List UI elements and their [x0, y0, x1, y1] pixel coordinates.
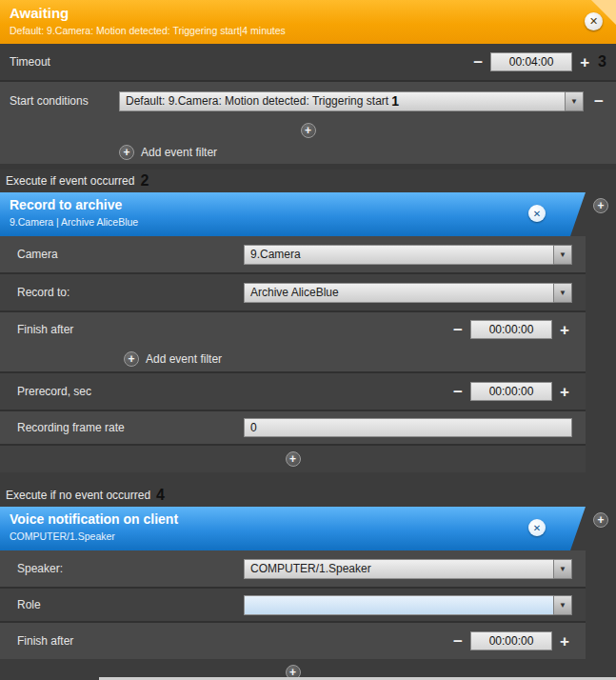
- voice-finish-after-input[interactable]: [470, 631, 552, 650]
- speaker-label: Speaker:: [17, 562, 244, 575]
- frame-rate-label: Recording frame rate: [17, 421, 244, 434]
- close-icon: ✕: [533, 209, 541, 219]
- record-block-footer: +: [0, 446, 586, 472]
- add-condition-area: +: [0, 120, 616, 141]
- add-icon: +: [597, 200, 604, 211]
- prerecord-stepper: − +: [450, 382, 572, 401]
- awaiting-action-editor: Awaiting Default: 9.Camera: Motion detec…: [0, 0, 616, 680]
- start-conditions-dropdown-button[interactable]: ▼: [565, 91, 584, 111]
- timeout-stepper: − + 3: [470, 52, 606, 71]
- close-button[interactable]: ✕: [585, 12, 603, 30]
- finish-after-stepper: − +: [450, 320, 572, 339]
- voice-finish-after-stepper: − +: [450, 631, 572, 650]
- add-action-no-event-button[interactable]: +: [593, 512, 608, 528]
- role-label: Role: [17, 598, 244, 611]
- record-block-header: Record to archive 9.Camera | Archive Ali…: [0, 192, 586, 236]
- finish-after-label: Finish after: [17, 323, 450, 336]
- speaker-dropdown-button[interactable]: ▼: [553, 559, 572, 579]
- role-value: [244, 595, 553, 615]
- camera-label: Camera: [17, 248, 244, 261]
- timeout-increase-button[interactable]: +: [577, 54, 592, 70]
- finish-after-decrease-button[interactable]: −: [450, 322, 466, 338]
- chevron-down-icon: ▼: [559, 250, 566, 259]
- annotation-4: 4: [156, 487, 165, 504]
- execute-no-event-section-header: Execute if no event occurred 4: [0, 484, 616, 507]
- execute-event-section-header: Execute if event occurred 2: [0, 170, 616, 192]
- role-dropdown[interactable]: ▼: [244, 595, 572, 615]
- voice-block-close-button[interactable]: ✕: [528, 519, 546, 536]
- speaker-dropdown[interactable]: COMPUTER/1.Speaker ▼: [244, 559, 572, 579]
- annotation-1: 1: [391, 93, 399, 109]
- record-to-dropdown[interactable]: Archive AliceBlue ▼: [244, 283, 572, 303]
- start-conditions-label: Start conditions: [10, 94, 119, 108]
- add-event-filter-icon: +: [124, 351, 139, 367]
- prerecord-label: Prerecord, sec: [17, 385, 450, 398]
- prerecord-decrease-button[interactable]: −: [450, 384, 466, 400]
- close-icon: ✕: [533, 523, 541, 533]
- chevron-down-icon: ▼: [559, 565, 566, 573]
- start-conditions-text: Default: 9.Camera: Motion detected: Trig…: [126, 94, 388, 108]
- frame-rate-row: Recording frame rate: [0, 411, 586, 444]
- awaiting-header: Awaiting Default: 9.Camera: Motion detec…: [0, 0, 616, 44]
- start-conditions-panel: Start conditions Default: 9.Camera: Moti…: [0, 82, 616, 164]
- timeout-row: Timeout − + 3: [0, 44, 616, 80]
- prerecord-increase-button[interactable]: +: [557, 384, 572, 400]
- voice-block-subtitle: COMPUTER/1.Speaker: [10, 530, 586, 542]
- role-row: Role ▼: [0, 589, 586, 621]
- timeout-label: Timeout: [10, 55, 50, 69]
- add-icon: +: [597, 514, 604, 526]
- annotation-2: 2: [140, 172, 149, 190]
- start-conditions-value: Default: 9.Camera: Motion detected: Trig…: [119, 91, 565, 111]
- prerecord-row: Prerecord, sec − +: [0, 373, 586, 410]
- add-event-filter-icon: +: [119, 145, 134, 160]
- chevron-down-icon: ▼: [570, 97, 578, 106]
- add-event-filter-label: Add event filter: [146, 352, 222, 366]
- role-dropdown-button[interactable]: ▼: [553, 595, 572, 615]
- start-conditions-row: Start conditions Default: 9.Camera: Moti…: [0, 82, 616, 120]
- timeout-input[interactable]: [490, 52, 572, 71]
- finish-after-input[interactable]: [470, 320, 552, 339]
- spacer: [0, 472, 616, 484]
- add-event-filter-label: Add event filter: [141, 146, 217, 159]
- record-to-label: Record to:: [17, 286, 244, 299]
- record-block-title: Record to archive: [10, 197, 586, 212]
- chevron-down-icon: ▼: [559, 289, 566, 297]
- camera-dropdown[interactable]: 9.Camera ▼: [244, 245, 572, 265]
- add-icon: +: [289, 453, 296, 465]
- execute-event-label: Execute if event occurred: [6, 174, 134, 188]
- voice-finish-after-increase-button[interactable]: +: [557, 633, 572, 650]
- add-event-filter-row[interactable]: + Add event filter: [0, 141, 616, 164]
- timeout-decrease-button[interactable]: −: [470, 54, 486, 70]
- voice-block-header: Voice notification on client COMPUTER/1.…: [0, 507, 586, 550]
- record-to-archive-block: + Record to archive 9.Camera | Archive A…: [0, 192, 616, 472]
- finish-after-row: Finish after − +: [0, 312, 586, 347]
- voice-finish-after-decrease-button[interactable]: −: [450, 633, 466, 650]
- add-icon: +: [123, 147, 129, 158]
- add-parameter-button[interactable]: +: [286, 451, 301, 467]
- finish-after-increase-button[interactable]: +: [557, 322, 572, 338]
- remove-condition-button[interactable]: −: [591, 93, 606, 110]
- finish-after-panel: Finish after − + + Add event filter: [0, 312, 586, 371]
- camera-row: Camera 9.Camera ▼: [0, 236, 586, 272]
- add-condition-button[interactable]: +: [301, 123, 316, 138]
- add-event-filter-row[interactable]: + Add event filter: [0, 347, 586, 371]
- speaker-value: COMPUTER/1.Speaker: [244, 559, 553, 579]
- record-block-close-button[interactable]: ✕: [528, 205, 546, 222]
- prerecord-input[interactable]: [470, 382, 552, 401]
- voice-block-title: Voice notification on client: [10, 511, 586, 527]
- voice-finish-after-label: Finish after: [17, 634, 450, 648]
- add-action-event-button[interactable]: +: [593, 198, 608, 213]
- chevron-down-icon: ▼: [559, 601, 566, 610]
- record-to-dropdown-button[interactable]: ▼: [553, 283, 572, 303]
- start-conditions-dropdown[interactable]: Default: 9.Camera: Motion detected: Trig…: [119, 91, 584, 111]
- camera-dropdown-button[interactable]: ▼: [553, 245, 572, 265]
- camera-value: 9.Camera: [244, 245, 553, 265]
- add-icon: +: [305, 125, 311, 136]
- voice-finish-after-row: Finish after − +: [0, 623, 586, 659]
- block-title: Awaiting: [10, 5, 606, 21]
- voice-notification-block: + Voice notification on client COMPUTER/…: [0, 507, 616, 680]
- close-icon: ✕: [589, 15, 598, 28]
- annotation-3: 3: [598, 53, 606, 70]
- execute-no-event-label: Execute if no event occurred: [6, 489, 150, 502]
- frame-rate-input[interactable]: [244, 418, 572, 437]
